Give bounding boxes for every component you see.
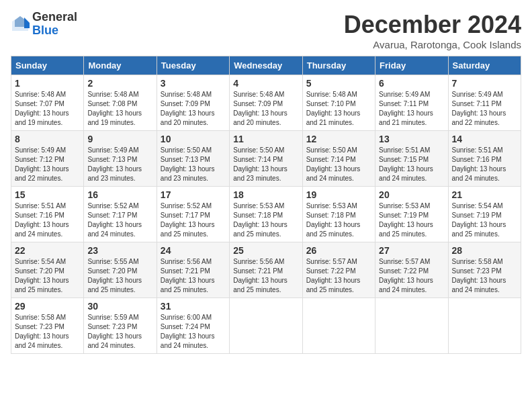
day-number: 13 <box>379 134 444 144</box>
day-cell: 27Sunrise: 5:57 AM Sunset: 7:22 PM Dayli… <box>375 242 448 298</box>
day-info: Sunrise: 5:49 AM Sunset: 7:13 PM Dayligh… <box>87 146 152 183</box>
day-number: 29 <box>15 301 80 312</box>
day-cell: 14Sunrise: 5:51 AM Sunset: 7:16 PM Dayli… <box>448 131 521 187</box>
day-number: 19 <box>306 189 371 200</box>
day-cell: 2Sunrise: 5:48 AM Sunset: 7:08 PM Daylig… <box>84 75 157 131</box>
day-cell: 12Sunrise: 5:50 AM Sunset: 7:14 PM Dayli… <box>302 131 375 187</box>
day-cell: 17Sunrise: 5:52 AM Sunset: 7:17 PM Dayli… <box>157 187 229 242</box>
logo: General Blue <box>11 11 77 38</box>
day-number: 9 <box>87 134 152 144</box>
day-number: 8 <box>15 134 80 144</box>
week-row: 1Sunrise: 5:48 AM Sunset: 7:07 PM Daylig… <box>11 75 521 131</box>
day-info: Sunrise: 5:59 AM Sunset: 7:23 PM Dayligh… <box>87 313 152 351</box>
day-cell: 16Sunrise: 5:52 AM Sunset: 7:17 PM Dayli… <box>84 187 157 242</box>
day-info: Sunrise: 5:56 AM Sunset: 7:21 PM Dayligh… <box>161 257 226 295</box>
day-number: 22 <box>15 245 80 256</box>
day-cell <box>302 298 375 354</box>
logo-blue: Blue <box>32 24 77 38</box>
day-number: 15 <box>15 189 80 200</box>
day-cell: 25Sunrise: 5:56 AM Sunset: 7:21 PM Dayli… <box>230 242 302 298</box>
logo-icon <box>11 15 30 34</box>
day-number: 3 <box>161 78 226 89</box>
day-cell: 28Sunrise: 5:58 AM Sunset: 7:23 PM Dayli… <box>448 242 521 298</box>
header-cell-thursday: Thursday <box>302 56 375 75</box>
day-number: 26 <box>306 245 371 256</box>
title-section: December 2024 Avarua, Rarotonga, Cook Is… <box>344 11 521 50</box>
day-number: 14 <box>452 134 517 144</box>
week-row: 22Sunrise: 5:54 AM Sunset: 7:20 PM Dayli… <box>11 242 521 298</box>
month-title: December 2024 <box>344 11 521 39</box>
day-info: Sunrise: 5:50 AM Sunset: 7:13 PM Dayligh… <box>161 146 226 183</box>
day-cell: 3Sunrise: 5:48 AM Sunset: 7:09 PM Daylig… <box>157 75 229 131</box>
day-number: 2 <box>87 78 152 89</box>
day-number: 17 <box>161 189 226 200</box>
day-info: Sunrise: 5:48 AM Sunset: 7:07 PM Dayligh… <box>15 90 80 128</box>
day-info: Sunrise: 5:54 AM Sunset: 7:19 PM Dayligh… <box>452 201 517 239</box>
day-info: Sunrise: 5:57 AM Sunset: 7:22 PM Dayligh… <box>306 257 371 295</box>
day-cell: 23Sunrise: 5:55 AM Sunset: 7:20 PM Dayli… <box>84 242 157 298</box>
header-cell-sunday: Sunday <box>11 56 84 75</box>
day-info: Sunrise: 6:00 AM Sunset: 7:24 PM Dayligh… <box>161 313 226 351</box>
day-cell: 31Sunrise: 6:00 AM Sunset: 7:24 PM Dayli… <box>157 298 229 354</box>
day-number: 24 <box>161 245 226 256</box>
day-cell: 11Sunrise: 5:50 AM Sunset: 7:14 PM Dayli… <box>230 131 302 187</box>
day-number: 16 <box>87 189 152 200</box>
day-number: 27 <box>379 245 444 256</box>
day-info: Sunrise: 5:56 AM Sunset: 7:21 PM Dayligh… <box>233 257 298 295</box>
header-row: SundayMondayTuesdayWednesdayThursdayFrid… <box>11 56 521 75</box>
day-cell: 15Sunrise: 5:51 AM Sunset: 7:16 PM Dayli… <box>11 187 84 242</box>
day-number: 4 <box>233 78 298 89</box>
calendar-table: SundayMondayTuesdayWednesdayThursdayFrid… <box>11 56 521 354</box>
week-row: 15Sunrise: 5:51 AM Sunset: 7:16 PM Dayli… <box>11 187 521 242</box>
header-cell-tuesday: Tuesday <box>157 56 229 75</box>
day-number: 21 <box>452 189 517 200</box>
header-cell-saturday: Saturday <box>448 56 521 75</box>
day-number: 20 <box>379 189 444 200</box>
day-cell: 8Sunrise: 5:49 AM Sunset: 7:12 PM Daylig… <box>11 131 84 187</box>
day-info: Sunrise: 5:49 AM Sunset: 7:11 PM Dayligh… <box>379 90 444 128</box>
header-cell-monday: Monday <box>84 56 157 75</box>
day-info: Sunrise: 5:52 AM Sunset: 7:17 PM Dayligh… <box>161 201 226 239</box>
day-info: Sunrise: 5:54 AM Sunset: 7:20 PM Dayligh… <box>15 257 80 295</box>
day-number: 7 <box>452 78 517 89</box>
day-number: 5 <box>306 78 371 89</box>
day-cell <box>448 298 521 354</box>
day-info: Sunrise: 5:49 AM Sunset: 7:12 PM Dayligh… <box>15 146 80 183</box>
day-number: 23 <box>87 245 152 256</box>
day-number: 10 <box>161 134 226 144</box>
day-info: Sunrise: 5:53 AM Sunset: 7:18 PM Dayligh… <box>233 201 298 239</box>
day-number: 11 <box>233 134 298 144</box>
day-cell: 18Sunrise: 5:53 AM Sunset: 7:18 PM Dayli… <box>230 187 302 242</box>
day-info: Sunrise: 5:55 AM Sunset: 7:20 PM Dayligh… <box>87 257 152 295</box>
day-cell: 6Sunrise: 5:49 AM Sunset: 7:11 PM Daylig… <box>375 75 448 131</box>
day-cell: 9Sunrise: 5:49 AM Sunset: 7:13 PM Daylig… <box>84 131 157 187</box>
day-cell: 21Sunrise: 5:54 AM Sunset: 7:19 PM Dayli… <box>448 187 521 242</box>
logo-general: General <box>32 11 77 24</box>
day-cell: 5Sunrise: 5:48 AM Sunset: 7:10 PM Daylig… <box>302 75 375 131</box>
day-info: Sunrise: 5:48 AM Sunset: 7:08 PM Dayligh… <box>87 90 152 128</box>
day-info: Sunrise: 5:58 AM Sunset: 7:23 PM Dayligh… <box>452 257 517 295</box>
week-row: 8Sunrise: 5:49 AM Sunset: 7:12 PM Daylig… <box>11 131 521 187</box>
day-number: 6 <box>379 78 444 89</box>
day-number: 25 <box>233 245 298 256</box>
day-number: 28 <box>452 245 517 256</box>
day-cell: 29Sunrise: 5:58 AM Sunset: 7:23 PM Dayli… <box>11 298 84 354</box>
day-cell: 19Sunrise: 5:53 AM Sunset: 7:18 PM Dayli… <box>302 187 375 242</box>
day-info: Sunrise: 5:53 AM Sunset: 7:18 PM Dayligh… <box>306 201 371 239</box>
day-cell <box>375 298 448 354</box>
day-number: 12 <box>306 134 371 144</box>
day-info: Sunrise: 5:48 AM Sunset: 7:10 PM Dayligh… <box>306 90 371 128</box>
week-row: 29Sunrise: 5:58 AM Sunset: 7:23 PM Dayli… <box>11 298 521 354</box>
day-cell: 13Sunrise: 5:51 AM Sunset: 7:15 PM Dayli… <box>375 131 448 187</box>
day-cell: 7Sunrise: 5:49 AM Sunset: 7:11 PM Daylig… <box>448 75 521 131</box>
day-info: Sunrise: 5:51 AM Sunset: 7:16 PM Dayligh… <box>452 146 517 183</box>
day-info: Sunrise: 5:53 AM Sunset: 7:19 PM Dayligh… <box>379 201 444 239</box>
day-cell: 30Sunrise: 5:59 AM Sunset: 7:23 PM Dayli… <box>84 298 157 354</box>
day-cell: 24Sunrise: 5:56 AM Sunset: 7:21 PM Dayli… <box>157 242 229 298</box>
day-info: Sunrise: 5:48 AM Sunset: 7:09 PM Dayligh… <box>161 90 226 128</box>
header-cell-friday: Friday <box>375 56 448 75</box>
svg-marker-2 <box>15 16 26 27</box>
day-info: Sunrise: 5:52 AM Sunset: 7:17 PM Dayligh… <box>87 201 152 239</box>
page-header: General Blue December 2024 Avarua, Rarot… <box>11 11 521 50</box>
day-info: Sunrise: 5:58 AM Sunset: 7:23 PM Dayligh… <box>15 313 80 351</box>
